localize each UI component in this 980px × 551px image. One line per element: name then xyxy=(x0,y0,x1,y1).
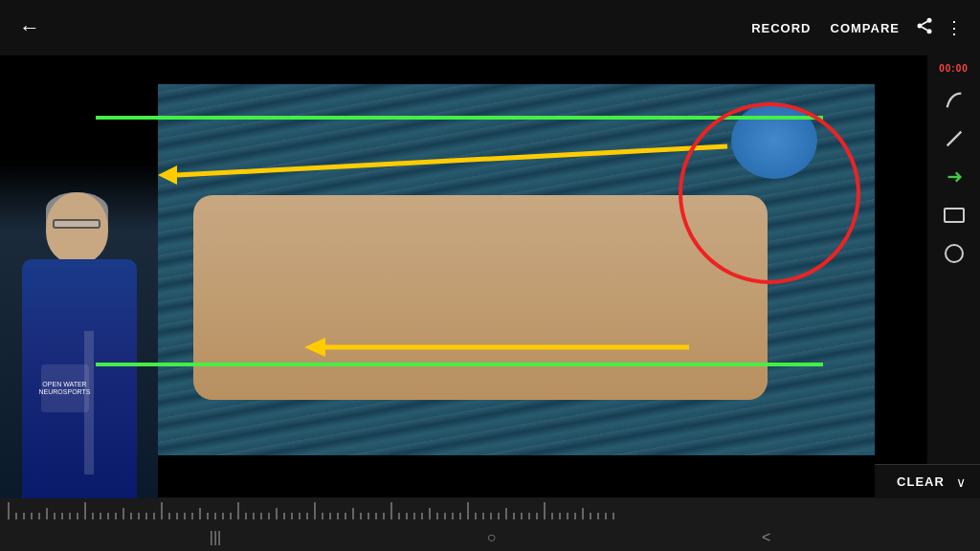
person-glasses xyxy=(53,219,100,229)
chevron-down-icon[interactable]: ∨ xyxy=(956,474,966,490)
swimmer-torso xyxy=(193,195,767,399)
time-display: 00:00 xyxy=(939,63,969,74)
timeline-ticks xyxy=(8,502,972,519)
line-tool-button[interactable] xyxy=(937,121,971,156)
main-area: OPEN WATER NEUROSPORTS 00:00 xyxy=(0,55,980,498)
svg-point-2 xyxy=(927,29,932,33)
svg-line-3 xyxy=(922,27,927,30)
menu-icon[interactable]: ||| xyxy=(210,529,221,546)
timeline[interactable] xyxy=(0,497,980,524)
curve-tool-button[interactable] xyxy=(937,83,971,118)
circle-icon xyxy=(945,244,964,263)
clear-row: CLEAR ∨ xyxy=(875,464,980,498)
swimmer-cap xyxy=(731,102,817,179)
video-frame xyxy=(158,84,875,455)
person-overlay: OPEN WATER NEUROSPORTS xyxy=(0,164,158,498)
bottom-nav: ||| ○ < xyxy=(0,524,980,551)
clear-button[interactable]: CLEAR xyxy=(889,471,952,493)
back-button[interactable]: ← xyxy=(11,8,48,48)
rect-icon xyxy=(944,208,965,223)
person-figure: OPEN WATER NEUROSPORTS xyxy=(12,192,146,498)
svg-point-1 xyxy=(918,23,923,28)
share-button[interactable] xyxy=(909,9,940,48)
video-container[interactable]: OPEN WATER NEUROSPORTS xyxy=(0,55,927,498)
back-nav-icon[interactable]: < xyxy=(762,529,770,546)
record-button[interactable]: RECORD xyxy=(742,13,820,43)
arrow-tool-button[interactable] xyxy=(937,160,971,194)
svg-line-11 xyxy=(947,132,961,146)
right-toolbar: 00:00 xyxy=(927,55,980,498)
home-icon[interactable]: ○ xyxy=(487,529,497,546)
person-logo: OPEN WATER NEUROSPORTS xyxy=(41,364,89,412)
svg-line-4 xyxy=(922,21,927,24)
svg-point-0 xyxy=(927,17,932,22)
header: ← RECORD COMPARE ⋮ xyxy=(0,0,980,55)
circle-tool-button[interactable] xyxy=(937,236,971,271)
rect-tool-button[interactable] xyxy=(937,198,971,232)
compare-button[interactable]: COMPARE xyxy=(821,13,909,43)
person-body: OPEN WATER NEUROSPORTS xyxy=(22,259,137,498)
more-button[interactable]: ⋮ xyxy=(940,10,969,46)
